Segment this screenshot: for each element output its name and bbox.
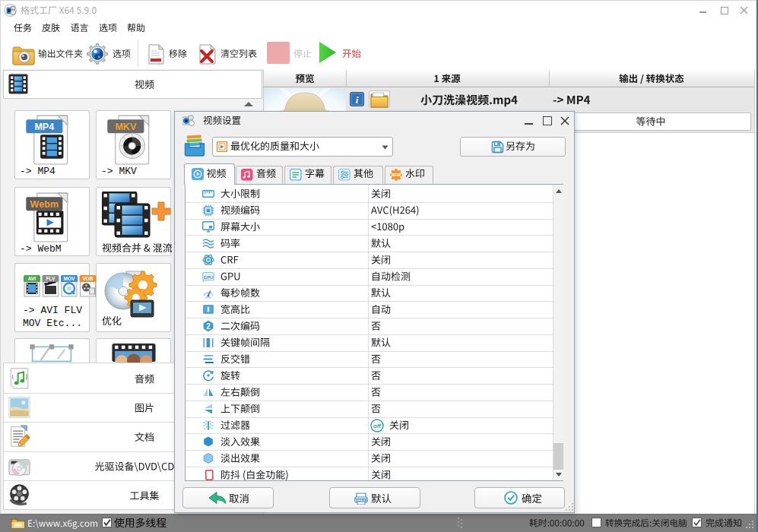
svg-text:Webm: Webm [30, 199, 59, 210]
svg-text:MKV: MKV [115, 122, 137, 132]
svg-text:NEW: NEW [392, 173, 401, 177]
svg-text:FLV: FLV [46, 276, 56, 281]
svg-text:MOV: MOV [64, 276, 75, 281]
svg-text:GPU: GPU [203, 274, 213, 279]
svg-text:VOB: VOB [82, 276, 93, 281]
svg-text:i: i [356, 94, 359, 106]
svg-text:FPS: FPS [206, 296, 211, 299]
svg-text:AVI: AVI [28, 276, 36, 281]
svg-text:2: 2 [206, 322, 211, 331]
svg-text:MP4: MP4 [34, 122, 54, 132]
svg-text:off: off [373, 423, 382, 429]
